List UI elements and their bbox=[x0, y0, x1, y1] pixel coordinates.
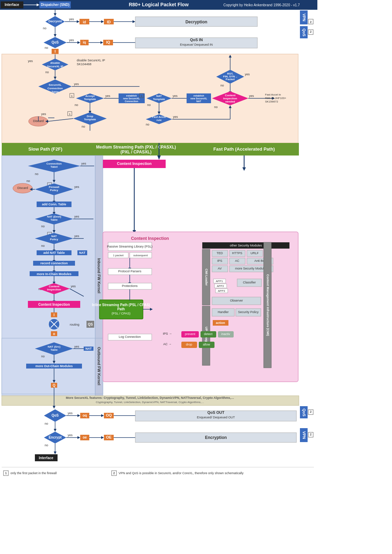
header-copyright: Copyright by Heiko Ankenbrand 1996-2020 … bbox=[223, 3, 300, 7]
content-inspection-slow-box: Content Inspection bbox=[38, 303, 70, 306]
content-inspection-medium-box: Content Inspection bbox=[117, 161, 152, 166]
svg-text:Content: Content bbox=[49, 285, 60, 288]
ips-arrow-label: IPS → bbox=[163, 332, 172, 335]
no-label-1: no bbox=[43, 26, 46, 30]
nat-label: NAT bbox=[79, 251, 85, 255]
subsequent-box: subsequent bbox=[133, 254, 148, 257]
svg-text:1: 1 bbox=[141, 94, 143, 98]
app1-box: APP1 bbox=[216, 280, 223, 283]
svg-text:no: no bbox=[41, 244, 45, 248]
more-securexl-label: More SecureXL features: Cryptography, Tu… bbox=[66, 396, 234, 400]
svg-text:no: no bbox=[82, 125, 85, 128]
vpn-label: VPN bbox=[302, 14, 306, 22]
one-packet-box: 1 packet bbox=[113, 254, 124, 257]
svg-text:Fast Accel: Fast Accel bbox=[152, 115, 166, 119]
ac-arrow-label: AC → bbox=[163, 342, 172, 346]
protocol-parsers-box: Protocol Parsers bbox=[118, 270, 142, 273]
svg-text:Template: Template bbox=[84, 98, 96, 101]
svg-text:yes: yes bbox=[74, 82, 79, 86]
svg-text:NAT (Dest): NAT (Dest) bbox=[47, 215, 61, 218]
svg-text:no: no bbox=[27, 179, 30, 183]
fast-path-label: Fast Path (Accelerated Path) bbox=[213, 146, 275, 152]
enqueue-dequeue-in: Enqueue/ Dequeued IN bbox=[180, 43, 213, 46]
svg-text:(PSL / CPAS): (PSL / CPAS) bbox=[112, 312, 130, 315]
qos-diamond: QoS bbox=[52, 40, 59, 44]
iq-box: iq bbox=[83, 40, 86, 44]
svg-text:no: no bbox=[75, 103, 78, 107]
vpn-bottom-right-label: VPN bbox=[302, 431, 306, 439]
classifier-box: Classifier bbox=[243, 281, 256, 284]
svg-text:NAT: NAT bbox=[51, 235, 57, 238]
svg-text:Firewall: Firewall bbox=[49, 185, 59, 189]
footnote-badge2: 2 bbox=[113, 471, 115, 475]
more-in-chain-box: more In-Chain Modules bbox=[37, 272, 71, 276]
svg-text:no: no bbox=[45, 46, 48, 50]
q-box: Q bbox=[53, 384, 55, 387]
discard-oval-2: Discard bbox=[17, 186, 28, 190]
header-dispatcher: Dispatcher (SND) bbox=[41, 3, 69, 7]
id-large-box: ID bbox=[107, 20, 111, 24]
app3-box: APP3 bbox=[218, 289, 225, 293]
svg-text:Connection: Connection bbox=[47, 87, 63, 90]
svg-text:no: no bbox=[220, 84, 224, 87]
svg-text:Fast Accel in: Fast Accel in bbox=[265, 93, 281, 96]
main-diagram-svg: Interface Dispatcher (SND) R80+ Logical … bbox=[0, 0, 317, 554]
detect-btn: detect bbox=[204, 332, 213, 336]
outbound-fw-label: Outbound FW Kernel bbox=[97, 347, 101, 385]
svg-text:establish: establish bbox=[126, 94, 137, 97]
svg-text:Table: Table bbox=[51, 218, 58, 221]
svg-text:yes: yes bbox=[249, 94, 254, 98]
other-security-modules-box: other Security Modules bbox=[230, 244, 262, 247]
svg-text:Connection: Connection bbox=[125, 100, 138, 103]
decryption-box: Decryption bbox=[186, 20, 208, 24]
svg-text:no: no bbox=[35, 172, 38, 176]
app2-box: APP2 bbox=[217, 284, 224, 288]
svg-text:NAT (Src): NAT (Src) bbox=[48, 345, 61, 348]
qos-bottom-right-label: QoS bbox=[302, 409, 306, 417]
svg-text:no: no bbox=[45, 443, 48, 447]
diagram-page: Interface Dispatcher (SND) R80+ Logical … bbox=[0, 0, 317, 554]
prevent-btn: prevent bbox=[185, 332, 196, 336]
more-securexl-detail: Cryptography, Tunnel, LinkSelection, Dyn… bbox=[96, 401, 204, 404]
av-box: AV bbox=[218, 267, 221, 270]
svg-text:yes: yes bbox=[74, 215, 80, 218]
id-small-box: id bbox=[83, 20, 86, 24]
ted-box: TED bbox=[217, 251, 223, 255]
inline-streaming-title: Inline Streaming Path (PSL / CPAS) bbox=[92, 303, 150, 307]
svg-text:yes: yes bbox=[74, 185, 80, 189]
header-title: R80+ Logical Packet Flow bbox=[129, 2, 189, 7]
svg-text:no: no bbox=[214, 105, 218, 109]
inbound-fw-label: Inbound FW Kernel bbox=[97, 258, 101, 294]
svg-text:SK156672: SK156672 bbox=[265, 100, 278, 103]
nat-outbound-label: NAT bbox=[85, 347, 92, 350]
encrypt-diamond: Encrypt bbox=[48, 435, 62, 439]
cmi-label: Context Management Infrastructure (CMI) bbox=[266, 274, 270, 336]
svg-text:establish: establish bbox=[194, 94, 204, 97]
svg-text:rule: rule bbox=[157, 119, 162, 122]
svg-text:Connection: Connection bbox=[46, 162, 62, 165]
drop-btn: drop bbox=[186, 343, 192, 346]
svg-text:Policy: Policy bbox=[50, 189, 58, 192]
svg-text:new SecureXL: new SecureXL bbox=[123, 97, 140, 100]
action-label-box: action bbox=[216, 321, 225, 325]
svg-text:Policy: Policy bbox=[50, 238, 58, 241]
svg-text:Table: Table bbox=[52, 90, 59, 93]
qos-right-label: QoS bbox=[302, 29, 306, 37]
inactiv-btn: inactiv bbox=[221, 332, 230, 336]
i-top-box: I bbox=[54, 49, 55, 53]
svg-text:SK104468: SK104468 bbox=[77, 62, 91, 66]
ac-box: AC bbox=[235, 259, 240, 263]
svg-text:no: no bbox=[147, 103, 151, 107]
svg-text:1: 1 bbox=[71, 94, 73, 98]
svg-text:no: no bbox=[45, 70, 49, 74]
add-conn-table-box: add Conn. Table bbox=[42, 203, 66, 206]
svg-text:Inspection: Inspection bbox=[223, 97, 237, 100]
vpn-bottom-badge2: 2 bbox=[310, 433, 311, 436]
log-connection-box: Log Connection bbox=[119, 335, 141, 339]
content-inspection-big-title: Content Inspection bbox=[131, 236, 169, 241]
header-interface: Interface bbox=[5, 3, 19, 7]
svg-text:Table: Table bbox=[51, 348, 58, 351]
svg-text:no: no bbox=[146, 123, 149, 126]
svg-text:yes: yes bbox=[68, 433, 73, 437]
vpn-badge2: 2 bbox=[310, 20, 311, 24]
